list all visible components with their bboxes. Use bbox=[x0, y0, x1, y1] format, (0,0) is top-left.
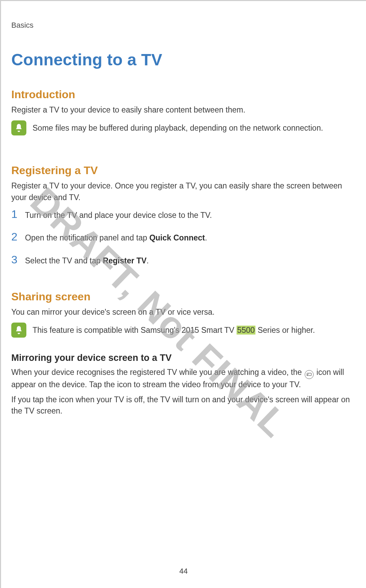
step-text: Select the TV and tap Register TV. bbox=[25, 255, 149, 266]
step-1: 1 Turn on the TV and place your device c… bbox=[11, 209, 356, 221]
step-text-post: . bbox=[147, 256, 149, 265]
mirroring-para1: When your device recognises the register… bbox=[11, 367, 356, 390]
note-text-buffered: Some files may be buffered during playba… bbox=[33, 122, 323, 134]
cast-icon bbox=[305, 370, 314, 379]
page-title: Connecting to a TV bbox=[11, 50, 356, 69]
step-number: 3 bbox=[11, 254, 20, 265]
note-post: Series or higher. bbox=[255, 326, 315, 335]
note-row-compatibility: This feature is compatible with Samsung'… bbox=[11, 323, 356, 338]
intro-text: Register a TV to your device to easily s… bbox=[11, 104, 356, 116]
step-number: 2 bbox=[11, 231, 20, 242]
heading-introduction: Introduction bbox=[11, 88, 356, 101]
step-text: Turn on the TV and place your device clo… bbox=[25, 210, 212, 221]
note-pre: This feature is compatible with Samsung'… bbox=[33, 326, 237, 335]
register-text: Register a TV to your device. Once you r… bbox=[11, 180, 356, 203]
subheading-mirroring: Mirroring your device screen to a TV bbox=[11, 353, 356, 363]
note-text-compatibility: This feature is compatible with Samsung'… bbox=[33, 325, 315, 336]
step-text-bold: Register TV bbox=[103, 256, 147, 265]
heading-registering: Registering a TV bbox=[11, 164, 356, 177]
step-text-bold: Quick Connect bbox=[149, 233, 205, 242]
step-text-pre: Open the notification panel and tap bbox=[25, 233, 149, 242]
bell-icon bbox=[11, 323, 26, 338]
manual-page: DRAFT, Not FINAL Basics Connecting to a … bbox=[0, 0, 366, 588]
mirroring-para2: If you tap the icon when your TV is off,… bbox=[11, 394, 356, 417]
step-2: 2 Open the notification panel and tap Qu… bbox=[11, 231, 356, 244]
step-number: 1 bbox=[11, 209, 20, 220]
step-text-pre: Turn on the TV and place your device clo… bbox=[25, 211, 212, 220]
note-highlight: 5500 bbox=[237, 326, 255, 335]
page-number: 44 bbox=[1, 567, 366, 576]
step-text: Open the notification panel and tap Quic… bbox=[25, 232, 207, 244]
bell-icon bbox=[11, 120, 26, 135]
steps-list: 1 Turn on the TV and place your device c… bbox=[11, 209, 356, 266]
step-text-pre: Select the TV and tap bbox=[25, 256, 103, 265]
step-3: 3 Select the TV and tap Register TV. bbox=[11, 254, 356, 266]
sharing-text: You can mirror your device's screen on a… bbox=[11, 306, 356, 318]
heading-sharing: Sharing screen bbox=[11, 290, 356, 303]
step-text-post: . bbox=[205, 233, 207, 242]
para1-pre: When your device recognises the register… bbox=[11, 368, 304, 377]
note-row-buffered: Some files may be buffered during playba… bbox=[11, 120, 356, 135]
header-section-label: Basics bbox=[11, 21, 356, 30]
